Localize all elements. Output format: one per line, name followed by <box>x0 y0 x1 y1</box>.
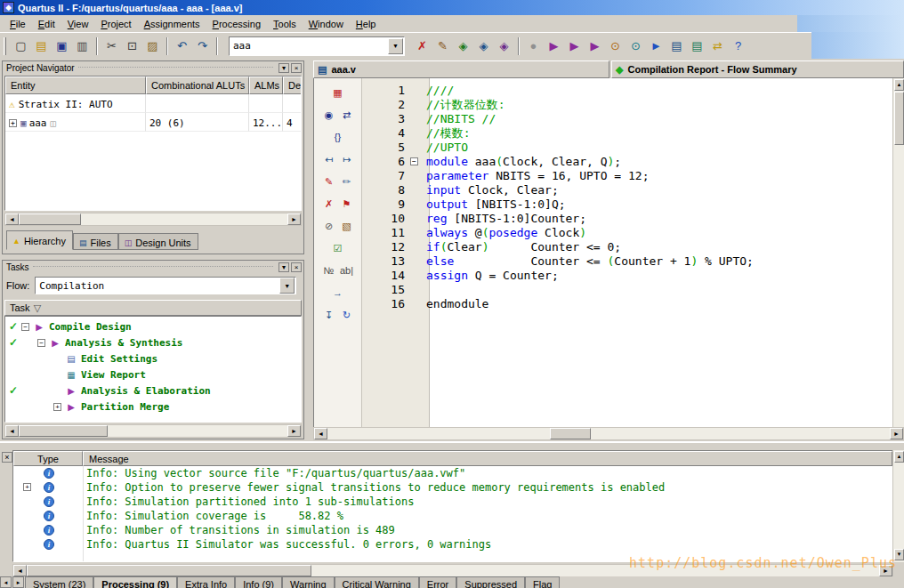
menu-item-tools[interactable]: Tools <box>267 16 303 32</box>
close-icon[interactable]: × <box>291 262 302 272</box>
message-tab-info-9[interactable]: Info (9) <box>235 576 282 588</box>
tab-hierarchy[interactable]: ▲Hierarchy <box>6 230 73 250</box>
message-tab-flag[interactable]: Flag <box>525 576 560 588</box>
fold-marker-icon[interactable]: − <box>410 157 418 165</box>
decrease-indent-icon[interactable]: ↤ <box>321 152 337 166</box>
start-simulation-icon[interactable]: ▶ <box>585 36 605 56</box>
project-navigator-header[interactable]: Project Navigator ▾ × <box>3 61 303 74</box>
column-header-de[interactable]: De <box>283 77 302 94</box>
menu-item-processing[interactable]: Processing <box>206 16 267 32</box>
scroll-right-icon[interactable]: ► <box>287 213 301 225</box>
task-row[interactable]: ▦View Report <box>5 366 301 383</box>
editor-vscrollbar[interactable]: ▲ <box>892 78 904 427</box>
editor-hscrollbar[interactable]: ◄ ► <box>313 427 904 440</box>
undo-icon[interactable]: ↶ <box>172 36 192 56</box>
chevron-down-icon[interactable]: ▼ <box>279 278 295 294</box>
help-icon[interactable]: ? <box>728 36 748 56</box>
settings-icon[interactable]: ◈ <box>453 36 473 56</box>
column-header-combinational-aluts[interactable]: Combinational ALUTs <box>146 77 249 94</box>
expander-icon[interactable]: − <box>21 323 29 331</box>
open-folder-icon[interactable]: ▤ <box>31 36 52 56</box>
copy-icon[interactable]: ⊡ <box>122 36 142 56</box>
goto-icon[interactable]: → <box>330 286 346 300</box>
timequest-icon[interactable]: ⊙ <box>626 36 646 56</box>
message-tab-suppressed[interactable]: Suppressed <box>456 576 525 588</box>
increase-indent-icon[interactable]: ↦ <box>339 152 355 166</box>
pin-planner-icon[interactable]: ◈ <box>494 36 514 56</box>
message-tab-extra-info[interactable]: Extra Info <box>177 576 235 588</box>
menu-item-window[interactable]: Window <box>303 16 350 32</box>
chevron-down-icon[interactable]: ▼ <box>388 38 403 54</box>
line-number-icon[interactable]: № <box>321 263 337 278</box>
titlebar[interactable]: ◆ Quartus II - F:/quartus/quartus/aaa - … <box>0 0 904 15</box>
assignment-editor-icon[interactable]: ◈ <box>473 36 494 56</box>
tab-scroll-left-icon[interactable]: ◂ <box>0 576 12 588</box>
menu-item-assignments[interactable]: Assignments <box>138 16 206 32</box>
scroll-left-icon[interactable]: ◄ <box>314 428 327 439</box>
close-icon[interactable]: × <box>2 452 12 463</box>
classic-timing-icon[interactable]: ⊙ <box>605 36 626 56</box>
tasks-header[interactable]: Tasks ▾ × <box>3 261 303 273</box>
word-wrap-icon[interactable]: ab| <box>339 263 355 278</box>
expander-icon[interactable]: + <box>9 119 17 127</box>
message-row[interactable]: iInfo: Simulation coverage is 58.82 % <box>13 509 892 523</box>
redo-icon[interactable]: ↷ <box>192 36 213 56</box>
message-row[interactable]: iInfo: Quartus II Simulator was successf… <box>13 537 892 552</box>
next-bookmark-icon[interactable]: ⚑ <box>339 197 355 211</box>
revision-combobox[interactable]: aaa▼ <box>229 36 405 56</box>
delete-bookmark-icon[interactable]: ✗ <box>321 197 337 211</box>
attach-icon[interactable]: ⊘ <box>321 219 337 233</box>
tab-files[interactable]: ▤Files <box>73 233 118 250</box>
stop-processing-icon[interactable]: ● <box>523 36 544 56</box>
menu-item-help[interactable]: Help <box>350 16 383 32</box>
editor-window-caption[interactable]: ▤ aaa.v <box>313 60 609 78</box>
message-row[interactable]: iInfo: Simulation partitioned into 1 sub… <box>13 495 892 509</box>
align-bottom-icon[interactable]: ↧ <box>321 308 337 322</box>
scroll-up-icon[interactable]: ▲ <box>894 451 904 463</box>
tasks-hscrollbar[interactable]: ◄ ► <box>4 424 302 438</box>
task-column-header[interactable]: Task ▽ <box>4 300 302 316</box>
find-icon[interactable]: ◉ <box>321 108 337 122</box>
filter-icon[interactable]: ▽ <box>34 302 41 315</box>
expander-icon[interactable]: + <box>23 483 31 491</box>
message-tab-processing-9[interactable]: Processing (9) <box>93 576 177 588</box>
scrollbar-thumb[interactable] <box>550 428 591 439</box>
task-row[interactable]: ✓−▶Compile Design <box>5 318 301 334</box>
message-tab-error[interactable]: Error <box>419 576 456 588</box>
message-tab-critical-warning[interactable]: Critical Warning <box>335 576 419 588</box>
scroll-up-icon[interactable]: ▲ <box>894 79 904 91</box>
print-icon[interactable]: ▥ <box>72 36 93 56</box>
comment-icon[interactable]: ✎ <box>321 174 337 189</box>
column-header-type[interactable]: Type <box>13 451 83 466</box>
tab-design-units[interactable]: ◫Design Units <box>118 233 198 250</box>
pin-icon[interactable]: ▾ <box>278 63 289 73</box>
assignment-edit-icon[interactable]: ✎ <box>432 36 453 56</box>
task-row[interactable]: ✓−▶Analysis & Synthesis <box>5 334 301 350</box>
stop-icon[interactable]: ✗ <box>412 36 432 56</box>
message-row[interactable]: +iInfo: Option to preserve fewer signal … <box>13 480 892 495</box>
messages-vscrollbar[interactable]: ▲ ▼ <box>892 450 904 562</box>
replace-icon[interactable]: ⇄ <box>339 108 355 122</box>
expander-icon[interactable]: − <box>37 339 45 347</box>
save-icon[interactable]: ▣ <box>52 36 72 56</box>
table-row[interactable]: ⚠Stratix II: AUTO <box>5 94 301 113</box>
flow-combobox[interactable]: Compilation ▼ <box>35 277 296 294</box>
scroll-left-icon[interactable]: ◄ <box>5 425 19 437</box>
close-icon[interactable]: × <box>291 63 302 73</box>
tab-scroll-right-icon[interactable]: ▸ <box>12 576 24 588</box>
column-header-alms[interactable]: ALMs <box>249 77 283 94</box>
pin-icon[interactable]: ▾ <box>278 262 289 272</box>
message-row[interactable]: iInfo: Using vector source file "F:/quar… <box>13 466 892 480</box>
macro-icon[interactable]: ▧ <box>339 219 355 233</box>
report-window-icon[interactable]: ▤ <box>666 36 687 56</box>
menu-item-view[interactable]: View <box>61 16 95 32</box>
scrollbar-thumb[interactable] <box>19 425 108 437</box>
pn-hscrollbar[interactable]: ◄ ► <box>4 213 302 226</box>
scrollbar-thumb[interactable] <box>19 213 81 225</box>
rtl-viewer-icon[interactable]: ► <box>646 36 666 56</box>
task-row[interactable]: +▶Partition Merge <box>5 399 301 415</box>
scrollbar-thumb[interactable] <box>27 565 311 576</box>
scroll-left-icon[interactable]: ◄ <box>5 213 19 225</box>
report-window-caption[interactable]: ◆ Compilation Report - Flow Summary <box>611 60 904 78</box>
table-row[interactable]: +▣aaa◫20 (6)12...4 <box>5 113 301 132</box>
